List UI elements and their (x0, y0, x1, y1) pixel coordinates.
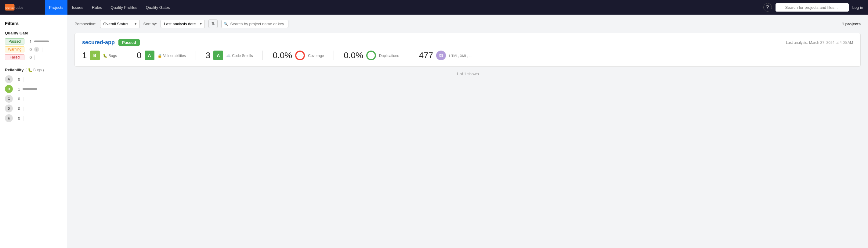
coverage-label: Coverage (308, 54, 324, 58)
quality-gate-warning-badge[interactable]: Warning (5, 46, 24, 52)
quality-gate-failed-count: 0 (27, 55, 32, 60)
reliability-d-row: D 0 | (5, 105, 62, 112)
grade-b-count: 1 (15, 87, 20, 92)
coverage-value: 0.0% (273, 51, 292, 60)
project-search-input[interactable] (221, 20, 288, 28)
reliability-c-row: C 0 | (5, 95, 62, 103)
svg-text:sonar: sonar (5, 6, 15, 9)
grade-a-count: 0 (15, 77, 20, 82)
duplications-label: Duplications (379, 54, 399, 58)
nav-rules[interactable]: Rules (88, 0, 106, 14)
project-last-analysis: Last analysis: March 27, 2024 at 4:05 AM (786, 40, 853, 45)
main-content: Perspective: Overall Status ▼ Sort by: L… (67, 14, 868, 248)
grade-c-badge[interactable]: C (5, 95, 13, 103)
sidebar: Filters Quality Gate Passed 1 Warning 0 (0, 14, 67, 248)
duplications-metric: 0.0% Duplications (344, 50, 409, 60)
pagination-info: 1 of 1 shown (74, 72, 861, 76)
reliability-a-row: A 0 | (5, 75, 62, 83)
perspective-label: Perspective: (74, 22, 96, 26)
code-smells-metric: 3 A ☁️ Code Smells (206, 50, 263, 60)
grade-c-count: 0 (15, 97, 20, 101)
bug-icon: 🐛 (103, 54, 107, 58)
projects-count: 1 projects (842, 22, 861, 26)
nav-quality-profiles[interactable]: Quality Profiles (106, 0, 141, 14)
grade-d-count: 0 (15, 106, 20, 111)
grade-e-badge[interactable]: E (5, 114, 13, 122)
quality-gate-passed-row: Passed 1 (5, 38, 62, 44)
login-button[interactable]: Log in (852, 5, 863, 10)
coverage-circle (295, 50, 305, 60)
perspective-select-wrap: Overall Status ▼ (100, 20, 140, 28)
coverage-metric: 0.0% Coverage (273, 50, 334, 60)
grade-b-bar (23, 88, 37, 90)
global-search-input[interactable] (776, 3, 849, 11)
reliability-filter: Reliability ( 🐛 Bugs ) A 0 | B 1 (5, 68, 62, 122)
toolbar: Perspective: Overall Status ▼ Sort by: L… (74, 20, 861, 28)
vulnerabilities-grade-badge: A (145, 50, 154, 60)
grade-b-badge[interactable]: B (5, 85, 13, 93)
cloud-icon: ☁️ (226, 54, 231, 58)
code-smells-label: ☁️ Code Smells (226, 54, 253, 58)
project-status-badge: Passed (118, 39, 140, 46)
quality-gate-title: Quality Gate (5, 31, 62, 35)
quality-gate-failed-row: Failed 0 | (5, 54, 62, 60)
topnav-right: ? Log in (763, 3, 863, 11)
language-avatar: XS (436, 50, 446, 60)
lines-count: 477 (419, 51, 433, 60)
nav-quality-gates[interactable]: Quality Gates (142, 0, 174, 14)
duplications-circle (366, 50, 376, 60)
grade-d-badge[interactable]: D (5, 105, 13, 112)
quality-gate-warning-row: Warning 0 i | (5, 46, 62, 52)
nav-issues[interactable]: Issues (67, 0, 88, 14)
grade-a-badge[interactable]: A (5, 75, 13, 83)
project-name-link[interactable]: secured-app (82, 39, 115, 46)
warning-info-icon[interactable]: i (34, 47, 39, 52)
bugs-label: 🐛 Bugs (103, 54, 117, 58)
bugs-metric: 1 B 🐛 Bugs (82, 50, 127, 60)
metrics-row: 1 B 🐛 Bugs 0 A 🔒 (82, 50, 853, 60)
vulnerabilities-metric: 0 A 🔒 Vulnerabilities (137, 50, 196, 60)
lines-metric: 477 XS HTML, XML, ... (419, 50, 481, 60)
nav-links: Projects Issues Rules Quality Profiles Q… (45, 0, 763, 14)
project-card: secured-app Passed Last analysis: March … (74, 33, 861, 67)
topnav: sonar qube Projects Issues Rules Quality… (0, 0, 868, 14)
sidebar-title: Filters (5, 21, 62, 26)
reliability-e-row: E 0 | (5, 114, 62, 122)
reliability-title: Reliability ( 🐛 Bugs ) (5, 68, 62, 72)
vulnerabilities-count: 0 (137, 51, 142, 60)
sort-order-button[interactable]: ⇅ (209, 20, 218, 28)
grade-e-count: 0 (15, 116, 20, 121)
quality-gate-passed-count: 1 (27, 39, 32, 44)
quality-gate-filter: Quality Gate Passed 1 Warning 0 i | (5, 31, 62, 60)
svg-text:qube: qube (16, 6, 23, 9)
code-smells-grade-badge: A (213, 50, 223, 60)
quality-gate-failed-badge[interactable]: Failed (5, 54, 24, 60)
languages-label: HTML, XML, ... (449, 54, 471, 58)
logo: sonar qube (5, 3, 42, 11)
project-search-wrap (221, 20, 288, 28)
code-smells-count: 3 (206, 51, 211, 60)
sort-label: Sort by: (144, 22, 157, 26)
main-layout: Filters Quality Gate Passed 1 Warning 0 (0, 14, 868, 248)
nav-projects[interactable]: Projects (45, 0, 68, 14)
sort-select-wrap: Last analysis date ▼ (160, 20, 205, 28)
global-search-wrap (776, 3, 849, 11)
quality-gate-passed-bar (34, 40, 49, 42)
vulnerabilities-label: 🔒 Vulnerabilities (157, 54, 186, 58)
bugs-grade-badge: B (90, 50, 100, 60)
perspective-select[interactable]: Overall Status (100, 20, 140, 28)
lock-icon: 🔒 (157, 54, 162, 58)
project-card-header: secured-app Passed Last analysis: March … (82, 39, 853, 46)
quality-gate-passed-badge[interactable]: Passed (5, 38, 24, 44)
bugs-count: 1 (82, 51, 87, 60)
help-button[interactable]: ? (763, 3, 772, 11)
duplications-value: 0.0% (344, 51, 363, 60)
sort-select[interactable]: Last analysis date (160, 20, 205, 28)
reliability-b-row: B 1 (5, 85, 62, 93)
quality-gate-warning-count: 0 (27, 47, 32, 52)
